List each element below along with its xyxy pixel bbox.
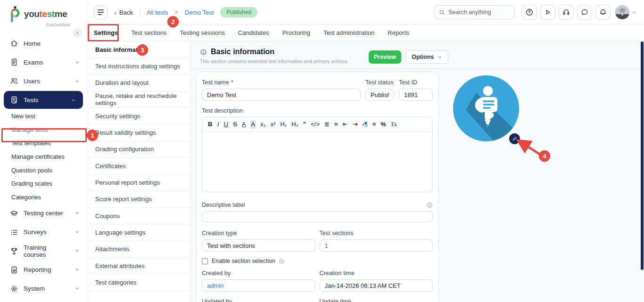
preview-button[interactable]: Preview xyxy=(369,50,401,64)
sidebar-item[interactable]: Surveys xyxy=(0,223,87,242)
editor-toolbar-button[interactable]: B xyxy=(208,120,212,129)
settings-nav-item[interactable]: Duration and layout xyxy=(87,75,190,91)
editor-toolbar-button[interactable]: x₂ xyxy=(260,120,266,129)
page-title: Basic information xyxy=(211,48,274,56)
editor-toolbar-button[interactable]: ›¶ xyxy=(362,120,367,129)
topbar-icon-button[interactable] xyxy=(540,5,555,20)
sidebar-item[interactable]: Tests xyxy=(4,91,83,109)
settings-nav-item[interactable]: Score report settings xyxy=(87,191,190,208)
editor-toolbar-button[interactable]: U xyxy=(224,120,228,129)
editor-toolbar-button[interactable]: ⇤ xyxy=(343,120,348,129)
settings-nav-item[interactable]: Certificates xyxy=(87,158,190,174)
sidebar-subitem[interactable]: Question pools xyxy=(0,163,87,177)
testing-center-icon xyxy=(10,209,18,218)
editor-toolbar-button[interactable]: A xyxy=(242,120,246,129)
sidebar-item[interactable]: Testing center xyxy=(0,204,87,223)
sidebar-subitem[interactable]: Grading scales xyxy=(0,177,87,190)
rich-text-editor[interactable]: B I U S A A x₂ x² xyxy=(202,117,433,192)
test-tabs: Settings Test sections Testing sessions … xyxy=(87,24,644,41)
back-button[interactable]: ‹ Back xyxy=(114,9,133,16)
exams-icon xyxy=(10,58,18,66)
settings-nav-item[interactable]: Test instructions dialog settings xyxy=(87,58,190,74)
global-search[interactable] xyxy=(434,5,515,19)
sidebar-nav: Home Exams Users xyxy=(0,34,87,298)
settings-nav-item[interactable]: Test categories xyxy=(87,274,190,291)
sidebar-item[interactable]: Exams xyxy=(0,53,87,72)
search-icon xyxy=(439,9,445,16)
options-button[interactable]: Options xyxy=(405,50,448,64)
editor-toolbar-button[interactable]: I xyxy=(217,120,219,129)
breadcrumb-all-tests[interactable]: All tests xyxy=(147,9,168,16)
topbar-icon-button[interactable] xyxy=(577,5,592,20)
settings-nav-item[interactable]: Attachments xyxy=(87,241,190,258)
brand-logo: youtestme xyxy=(0,0,87,23)
tab[interactable]: Candidates xyxy=(231,24,276,41)
editor-toolbar-button[interactable]: S xyxy=(233,120,237,129)
sidebar-subitem[interactable]: Manage tests xyxy=(0,123,87,137)
edit-image-button[interactable] xyxy=(508,132,521,145)
tab[interactable]: Test sections xyxy=(124,24,173,41)
chevron-down-icon xyxy=(74,210,80,216)
editor-toolbar-button[interactable]: H₁ xyxy=(281,120,287,129)
editor-toolbar-button[interactable]: ” xyxy=(303,120,306,129)
chat-icon xyxy=(580,8,589,16)
sidebar-subitem[interactable]: Test templates xyxy=(0,136,87,150)
user-menu[interactable] xyxy=(615,5,636,19)
editor-toolbar-button[interactable]: </> xyxy=(311,120,320,129)
enable-section-selection-label: Enable section selection xyxy=(212,258,275,264)
settings-nav-item[interactable]: Result validity settings xyxy=(87,124,190,141)
sidebar-item[interactable]: Reporting xyxy=(0,261,87,279)
tab[interactable]: Settings xyxy=(87,24,124,41)
topbar-icon-button[interactable] xyxy=(559,5,574,20)
tab[interactable]: Test administration xyxy=(317,24,381,41)
editor-toolbar-button[interactable]: % xyxy=(380,120,386,129)
topbar-icon-button[interactable] xyxy=(595,5,611,20)
sidebar-item[interactable]: Users xyxy=(0,72,87,90)
sidebar-item[interactable]: System xyxy=(0,279,87,298)
test-name-input[interactable] xyxy=(202,89,361,101)
test-description-input[interactable] xyxy=(202,132,432,192)
editor-toolbar-button[interactable]: A xyxy=(250,120,256,129)
sidebar-item[interactable]: Home xyxy=(0,34,87,53)
editor-toolbar-button[interactable]: x² xyxy=(271,120,276,129)
info-icon xyxy=(200,49,207,56)
editor-toolbar-button[interactable]: Tx xyxy=(391,120,397,129)
sidebar-collapse-button[interactable]: « xyxy=(73,29,82,37)
settings-nav-item[interactable]: External attributes xyxy=(87,258,190,274)
settings-nav-item[interactable]: Pause, retake and reschedule settings xyxy=(87,91,190,108)
settings-nav-item[interactable]: Basic information xyxy=(87,41,190,58)
avatar[interactable] xyxy=(615,5,629,19)
search-input[interactable] xyxy=(448,9,510,16)
vertical-scrollbar[interactable] xyxy=(641,41,644,270)
settings-nav-item[interactable]: Coupons xyxy=(87,208,190,224)
pencil-icon xyxy=(511,135,518,142)
headset-icon xyxy=(562,8,570,16)
enable-section-selection-checkbox[interactable] xyxy=(202,258,208,264)
created-by-input[interactable] xyxy=(202,279,315,292)
creation-type-label: Creation type xyxy=(202,230,315,237)
editor-toolbar-button[interactable]: ≡ xyxy=(334,120,338,129)
descriptive-label-input[interactable] xyxy=(202,211,433,222)
sidebar-subitem[interactable]: Categories xyxy=(0,190,87,204)
editor-toolbar-button[interactable]: ≣ xyxy=(324,120,330,129)
tab[interactable]: Testing sessions xyxy=(173,24,231,41)
topbar-icon-button[interactable] xyxy=(522,5,537,20)
menu-toggle-button[interactable] xyxy=(94,6,107,19)
info-icon xyxy=(427,202,433,208)
tab[interactable]: Reports xyxy=(381,24,416,41)
sidebar-subitem[interactable]: Manage certificates xyxy=(0,150,87,163)
settings-nav-item[interactable]: Security settings xyxy=(87,108,190,124)
editor-toolbar-button[interactable]: ≡ xyxy=(372,120,376,129)
editor-toolbar-button[interactable]: ⇥ xyxy=(352,120,357,129)
settings-nav-item[interactable]: Personal report settings xyxy=(87,174,190,191)
test-sections-input[interactable] xyxy=(320,239,433,252)
settings-nav-item[interactable]: Grading configuration xyxy=(87,141,190,158)
sidebar-subitem[interactable]: New test xyxy=(0,109,87,123)
tab[interactable]: Proctoring xyxy=(276,24,317,41)
test-description-label: Test description xyxy=(202,107,433,114)
settings-nav-item[interactable]: Language settings xyxy=(87,224,190,241)
editor-toolbar-button[interactable]: H₂ xyxy=(291,120,298,129)
breadcrumb-current[interactable]: Demo Test xyxy=(184,9,214,16)
topbar: ‹ Back All tests > Demo Test Published xyxy=(87,0,644,24)
sidebar-item[interactable]: Training courses xyxy=(0,242,87,261)
